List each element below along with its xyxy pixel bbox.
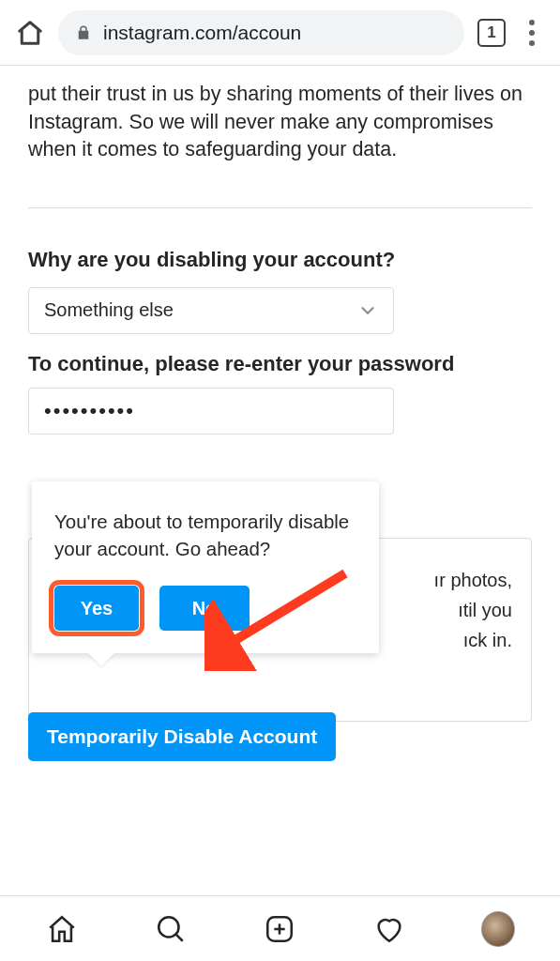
reason-selected-value: Something else xyxy=(44,299,174,321)
confirm-no-button[interactable]: No xyxy=(159,586,250,631)
search-icon xyxy=(155,913,187,945)
confirm-button-row: Yes No xyxy=(54,586,356,631)
instagram-bottom-nav xyxy=(0,895,560,961)
kebab-dot-icon xyxy=(529,30,535,36)
home-icon xyxy=(16,19,44,47)
svg-point-1 xyxy=(159,917,179,937)
tabs-button[interactable]: 1 xyxy=(477,19,506,47)
confirm-popover: You're about to temporarily disable your… xyxy=(32,481,379,653)
nav-search-button[interactable] xyxy=(154,912,188,946)
password-masked-value: •••••••••• xyxy=(44,399,135,423)
password-input[interactable]: •••••••••• xyxy=(28,388,394,435)
svg-line-2 xyxy=(176,934,183,940)
password-label: To continue, please re-enter your passwo… xyxy=(28,351,532,378)
tab-count-label: 1 xyxy=(487,23,495,42)
browser-chrome-bar: instagram.com/accoun 1 xyxy=(0,0,560,66)
chevron-down-icon xyxy=(357,300,378,321)
nav-profile-button[interactable] xyxy=(481,912,515,946)
confirm-yes-button[interactable]: Yes xyxy=(54,586,139,631)
browser-menu-button[interactable] xyxy=(519,20,545,46)
url-text: instagram.com/accoun xyxy=(103,22,301,44)
kebab-dot-icon xyxy=(529,20,535,25)
lock-icon xyxy=(75,24,92,41)
profile-avatar-icon xyxy=(481,911,515,947)
reason-question-label: Why are you disabling your account? xyxy=(28,248,532,272)
nav-activity-button[interactable] xyxy=(372,912,406,946)
nav-home-button[interactable] xyxy=(45,912,79,946)
reason-select[interactable]: Something else xyxy=(28,287,394,334)
url-bar[interactable]: instagram.com/accoun xyxy=(58,10,464,55)
kebab-dot-icon xyxy=(529,40,535,46)
confirm-area: ır photos, ıtil you ıck in. You're about… xyxy=(28,481,532,761)
plus-square-icon xyxy=(264,913,295,945)
confirm-message: You're about to temporarily disable your… xyxy=(54,508,356,563)
nav-new-post-button[interactable] xyxy=(263,912,296,946)
intro-paragraph: put their trust in us by sharing moments… xyxy=(28,81,532,164)
home-outline-icon xyxy=(46,913,78,945)
heart-icon xyxy=(373,913,405,945)
browser-home-button[interactable] xyxy=(15,18,45,48)
section-divider xyxy=(28,207,532,208)
temporarily-disable-button[interactable]: Temporarily Disable Account xyxy=(28,712,336,761)
page-content: put their trust in us by sharing moments… xyxy=(0,66,560,761)
